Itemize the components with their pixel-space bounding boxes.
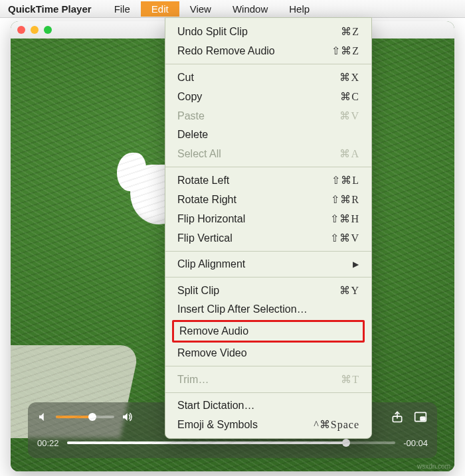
menu-remove-audio[interactable]: Remove Audio bbox=[179, 324, 357, 339]
menu-edit[interactable]: Edit bbox=[141, 1, 179, 17]
menu-undo[interactable]: Undo Split Clip⌘Z bbox=[165, 22, 371, 41]
menu-rotate-left[interactable]: Rotate Left⇧⌘L bbox=[165, 171, 371, 190]
timeline-slider[interactable] bbox=[67, 441, 396, 444]
menu-cut[interactable]: Cut⌘X bbox=[165, 68, 371, 87]
menu-redo[interactable]: Redo Remove Audio⇧⌘Z bbox=[165, 41, 371, 60]
video-pavement bbox=[11, 345, 140, 438]
menu-view[interactable]: View bbox=[179, 1, 222, 17]
menu-delete[interactable]: Delete bbox=[165, 125, 371, 144]
menu-split-clip[interactable]: Split Clip⌘Y bbox=[165, 281, 371, 300]
menu-help[interactable]: Help bbox=[278, 1, 320, 17]
svg-rect-2 bbox=[420, 417, 425, 420]
watermark: wsxdn.com bbox=[417, 463, 450, 470]
highlight-box: Remove Audio bbox=[172, 320, 365, 343]
zoom-traffic-light[interactable] bbox=[44, 26, 52, 34]
menu-emoji-symbols[interactable]: Emoji & Symbols^⌘Space bbox=[165, 415, 371, 434]
menubar: QuickTime Player File Edit View Window H… bbox=[0, 0, 465, 18]
volume-group bbox=[37, 411, 133, 423]
pip-icon[interactable] bbox=[413, 410, 428, 424]
minimize-traffic-light[interactable] bbox=[31, 26, 39, 34]
close-traffic-light[interactable] bbox=[17, 26, 25, 34]
svg-rect-0 bbox=[393, 416, 401, 422]
menu-select-all: Select All⌘A bbox=[165, 144, 371, 163]
menu-dictation[interactable]: Start Dictation… bbox=[165, 396, 371, 415]
share-icon[interactable] bbox=[391, 410, 404, 424]
menu-copy[interactable]: Copy⌘C bbox=[165, 87, 371, 106]
menu-window[interactable]: Window bbox=[222, 1, 278, 17]
menu-remove-video[interactable]: Remove Video bbox=[165, 344, 371, 362]
menu-paste: Paste⌘V bbox=[165, 106, 371, 125]
menu-insert-clip[interactable]: Insert Clip After Selection… bbox=[165, 300, 371, 319]
submenu-arrow-icon: ▶ bbox=[353, 260, 359, 270]
menu-clip-alignment[interactable]: Clip Alignment▶ bbox=[165, 255, 371, 274]
menu-flip-horizontal[interactable]: Flip Horizontal⇧⌘H bbox=[165, 209, 371, 228]
menu-file[interactable]: File bbox=[104, 1, 141, 17]
time-elapsed: 00:22 bbox=[37, 438, 59, 448]
time-remaining: -00:04 bbox=[403, 438, 428, 448]
menu-trim: Trim…⌘T bbox=[165, 370, 371, 389]
volume-high-icon[interactable] bbox=[121, 411, 133, 423]
svg-rect-1 bbox=[415, 412, 426, 421]
menu-rotate-right[interactable]: Rotate Right⇧⌘R bbox=[165, 190, 371, 209]
volume-slider[interactable] bbox=[56, 416, 114, 418]
menu-flip-vertical[interactable]: Flip Vertical⇧⌘V bbox=[165, 228, 371, 248]
app-name: QuickTime Player bbox=[8, 3, 92, 15]
edit-menu-dropdown: Undo Split Clip⌘Z Redo Remove Audio⇧⌘Z C… bbox=[165, 17, 372, 439]
volume-low-icon[interactable] bbox=[37, 411, 49, 423]
